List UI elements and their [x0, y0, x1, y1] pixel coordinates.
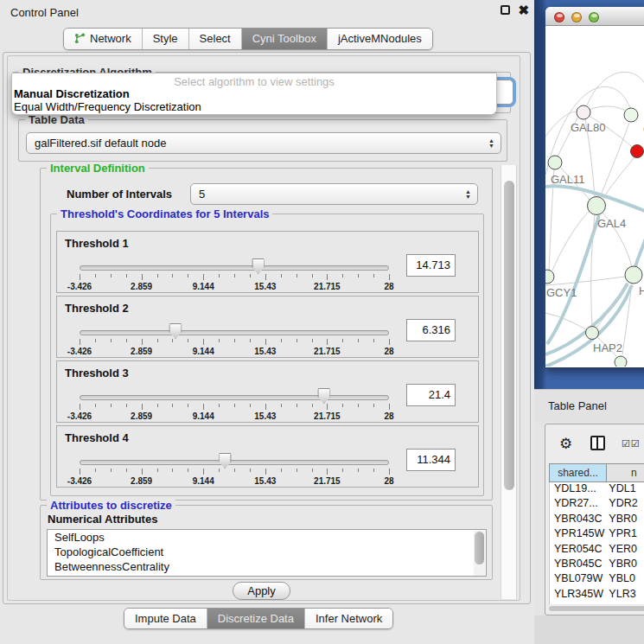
threshold-value-field[interactable]: 11.344: [406, 449, 456, 471]
slider-track[interactable]: [80, 460, 389, 465]
cell-shared-name[interactable]: YER054C: [550, 543, 608, 558]
gear-icon[interactable]: ⚙: [559, 435, 572, 453]
network-edge-thick[interactable]: [635, 233, 644, 267]
cell-shared-name[interactable]: YBL079W: [550, 572, 608, 587]
table-row[interactable]: YIL052CYIL0: [550, 603, 644, 604]
slider-thumb[interactable]: [252, 258, 265, 274]
slider-track[interactable]: [80, 330, 389, 335]
slider-track[interactable]: [80, 395, 389, 400]
table-row[interactable]: YLR345WYLR3: [550, 588, 644, 603]
slider-tick: [234, 339, 235, 342]
attributes-scrollbar[interactable]: [474, 531, 485, 577]
tab-select[interactable]: Select: [189, 29, 242, 49]
slider-thumb[interactable]: [219, 453, 232, 469]
cell-shared-name[interactable]: YIL052C: [550, 603, 608, 604]
zoom-traffic-light-icon[interactable]: [589, 12, 599, 22]
table-row[interactable]: YBL079WYBL0: [550, 572, 644, 587]
tab-jactivemnodules[interactable]: jActiveMNodules: [328, 29, 432, 49]
algorithm-option-manual[interactable]: Manual Discretization: [12, 87, 496, 100]
cell-shared-name[interactable]: YLR345W: [550, 588, 608, 603]
network-node-h-partial[interactable]: [625, 266, 642, 284]
column-header-name[interactable]: n: [607, 463, 644, 482]
bottom-tab-impute-data[interactable]: Impute Data: [124, 609, 207, 628]
table-row[interactable]: YDR27...YDR2: [550, 497, 644, 512]
settings-vertical-scrollbar[interactable]: [501, 165, 517, 599]
float-window-icon[interactable]: [501, 5, 510, 15]
cell-name[interactable]: YBL0: [608, 572, 644, 587]
network-edge[interactable]: [589, 106, 627, 112]
scrollbar-thumb[interactable]: [475, 532, 484, 564]
bottom-tab-discretize-data[interactable]: Discretize Data: [207, 609, 305, 628]
network-node-bottom-partial[interactable]: [615, 356, 627, 367]
threshold-value-field[interactable]: 21.4: [406, 384, 456, 406]
table-row[interactable]: YBR045CYBR0: [550, 558, 644, 572]
network-node-gcy1[interactable]: [545, 270, 554, 284]
table-row[interactable]: YPR145WYPR1: [550, 527, 644, 542]
cell-name[interactable]: YER0: [608, 543, 644, 558]
network-canvas[interactable]: GAL80GACGAL11GAL4GCY1HHAP2: [545, 26, 644, 367]
bottom-tab-infer-network[interactable]: Infer Network: [305, 609, 392, 628]
cell-shared-name[interactable]: YDR27...: [550, 497, 608, 512]
algorithm-option-equal-width[interactable]: Equal Width/Frequency Discretization: [12, 100, 496, 113]
slider-thumb[interactable]: [169, 323, 182, 339]
network-node-red-node[interactable]: [631, 145, 644, 158]
network-node-gal4[interactable]: [588, 197, 606, 215]
slider-scale-label: 21.715: [314, 411, 341, 421]
table-row[interactable]: YER054CYER0: [550, 543, 644, 558]
column-header-shared[interactable]: shared...: [549, 463, 607, 482]
network-edge[interactable]: [545, 313, 587, 330]
tab-style[interactable]: Style: [143, 29, 189, 49]
slider-thumb[interactable]: [317, 388, 330, 404]
cell-name[interactable]: YDR2: [608, 497, 644, 512]
cell-name[interactable]: YBR0: [608, 513, 644, 527]
threshold-slider[interactable]: -3.4262.8599.14415.4321.71528: [80, 263, 389, 292]
threshold-value-field[interactable]: 6.316: [406, 319, 456, 341]
numerical-attributes-list[interactable]: SelfLoopsTopologicalCoefficientBetweenne…: [47, 529, 487, 577]
network-node-hap2[interactable]: [586, 327, 599, 340]
attribute-item-betweennesscentrality[interactable]: BetweennessCentrality: [48, 559, 486, 574]
cell-name[interactable]: YDL1: [608, 482, 644, 497]
scrollbar-thumb[interactable]: [504, 181, 514, 490]
cell-shared-name[interactable]: YBR045C: [550, 558, 608, 572]
slider-tick: [172, 469, 173, 472]
network-node-gal11[interactable]: [548, 156, 562, 169]
apply-button[interactable]: Apply: [233, 582, 290, 600]
slider-track[interactable]: [80, 265, 389, 271]
attribute-item-topologicalcoefficient[interactable]: TopologicalCoefficient: [48, 545, 486, 559]
threshold-slider[interactable]: -3.4262.8599.14415.4321.71528: [80, 392, 389, 422]
cell-name[interactable]: YPR1: [608, 527, 644, 542]
cell-name[interactable]: YIL0: [608, 603, 644, 604]
tab-cyni-toolbox[interactable]: Cyni Toolbox: [242, 29, 328, 49]
table-row[interactable]: YBR043CYBR0: [550, 513, 644, 527]
close-icon[interactable]: ✖: [518, 5, 529, 15]
checkboxes-icon[interactable]: ☑☑: [622, 438, 641, 450]
slider-scale-label: 2.859: [131, 411, 152, 421]
cell-shared-name[interactable]: YBR043C: [550, 513, 608, 527]
threshold-value-field[interactable]: 14.713: [406, 254, 456, 277]
algorithm-placeholder-option: Select algorithm to view settings: [12, 73, 496, 87]
cell-shared-name[interactable]: YDL19...: [550, 482, 608, 497]
cell-name[interactable]: YLR3: [608, 588, 644, 603]
table-horizontal-scrollbar[interactable]: [548, 605, 644, 612]
threshold-slider[interactable]: -3.4262.8599.14415.4321.71528: [80, 328, 389, 357]
table-row[interactable]: YDL19...YDL1: [550, 482, 644, 497]
scrollbar-thumb[interactable]: [549, 606, 644, 611]
minimize-traffic-light-icon[interactable]: [571, 12, 582, 22]
tab-network[interactable]: Network: [64, 29, 143, 49]
network-node-ga-partial[interactable]: [624, 108, 638, 122]
cell-shared-name[interactable]: YPR145W: [550, 527, 608, 542]
network-node-gal80[interactable]: [577, 105, 590, 119]
number-of-intervals-combobox[interactable]: 5 ▲▼: [190, 183, 478, 205]
slider-tick: [358, 469, 359, 472]
table-data-combobox[interactable]: galFiltered.sif default node ▲▼: [26, 132, 501, 154]
network-edge[interactable]: [545, 277, 625, 285]
network-view-window[interactable]: GAL80GACGAL11GAL4GCY1HHAP2: [545, 7, 644, 367]
columns-icon[interactable]: [590, 436, 605, 450]
threshold-slider[interactable]: -3.4262.8599.14415.4321.71528: [80, 457, 389, 487]
cell-name[interactable]: YBR0: [608, 558, 644, 572]
close-traffic-light-icon[interactable]: [554, 12, 564, 22]
discretize-settings-panel: Discretization Algorithm Table Data galF…: [7, 55, 520, 601]
network-window-titlebar[interactable]: [545, 7, 644, 26]
attribute-item-selfloops[interactable]: SelfLoops: [48, 530, 486, 545]
node-label-gcy1: GCY1: [546, 286, 577, 299]
